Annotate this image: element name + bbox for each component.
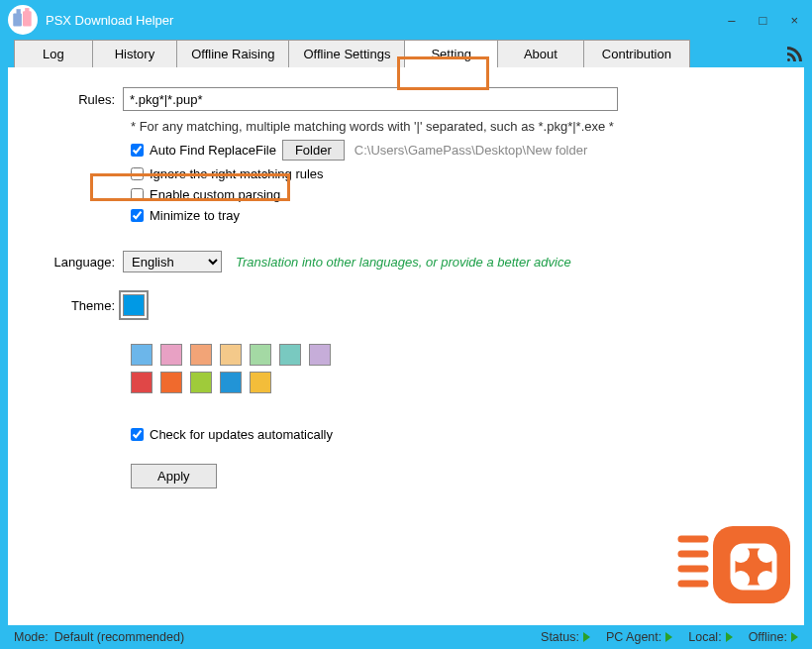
minimize-button[interactable]: –	[722, 13, 741, 28]
custom-checkbox[interactable]	[131, 188, 144, 201]
tab-about[interactable]: About	[497, 40, 584, 67]
app-icon	[8, 5, 38, 35]
language-label: Language:	[48, 255, 123, 270]
theme-current-swatch[interactable]	[123, 294, 145, 316]
folder-button[interactable]: Folder	[282, 140, 345, 161]
mode-value: Default (recommended)	[54, 630, 184, 644]
close-button[interactable]: ×	[784, 13, 804, 28]
play-icon[interactable]	[583, 632, 590, 642]
theme-swatch[interactable]	[250, 344, 271, 366]
theme-swatch[interactable]	[220, 344, 242, 366]
window-title: PSX Download Helper	[46, 13, 722, 28]
tab-strip: Log History Offline Raising Offline Sett…	[0, 40, 812, 67]
theme-swatch[interactable]	[160, 344, 182, 366]
folder-path: C:\Users\GamePass\Desktop\New folder	[355, 143, 588, 158]
tab-setting[interactable]: Setting	[404, 40, 497, 67]
svg-rect-3	[25, 8, 29, 13]
minimize-label: Minimize to tray	[150, 208, 240, 223]
updates-checkbox[interactable]	[131, 428, 144, 441]
language-hint: Translation into other languages, or pro…	[236, 255, 571, 270]
theme-swatch-grid	[131, 344, 764, 393]
tab-offline-raising[interactable]: Offline Raising	[176, 40, 289, 67]
rss-icon[interactable]	[784, 44, 802, 66]
status-label: Status:	[541, 630, 579, 644]
theme-swatch[interactable]	[190, 344, 212, 366]
titlebar: PSX Download Helper – □ ×	[0, 0, 812, 40]
autofind-checkbox[interactable]	[131, 144, 144, 157]
rules-hint: * For any matching, multiple matching wo…	[131, 119, 764, 134]
tab-contribution[interactable]: Contribution	[583, 40, 690, 67]
minimize-checkbox[interactable]	[131, 209, 144, 222]
minimize-row: Minimize to tray	[131, 208, 764, 223]
tab-history[interactable]: History	[92, 40, 177, 67]
ignore-row: Ignore the right matching rules	[131, 166, 764, 181]
rules-label: Rules:	[48, 92, 123, 107]
tab-log[interactable]: Log	[14, 40, 93, 67]
content-panel: Rules: * For any matching, multiple matc…	[8, 67, 804, 625]
svg-rect-2	[17, 9, 21, 16]
pcagent-label: PC Agent:	[606, 630, 661, 644]
autofind-label: Auto Find ReplaceFile	[150, 143, 276, 158]
theme-swatch[interactable]	[160, 372, 182, 393]
theme-swatch[interactable]	[309, 344, 331, 366]
app-window: PSX Download Helper – □ × Log History Of…	[0, 0, 812, 649]
rules-input[interactable]	[123, 87, 618, 111]
custom-label: Enable custom parsing	[150, 187, 280, 202]
offline-label: Offline:	[749, 630, 787, 644]
ignore-label: Ignore the right matching rules	[150, 166, 324, 181]
apply-button[interactable]: Apply	[131, 464, 217, 488]
theme-swatch[interactable]	[190, 372, 212, 393]
ignore-checkbox[interactable]	[131, 167, 144, 180]
theme-swatch[interactable]	[279, 344, 301, 366]
play-icon[interactable]	[726, 632, 733, 642]
updates-label: Check for updates automatically	[150, 427, 333, 442]
theme-swatch[interactable]	[131, 344, 152, 366]
theme-swatch[interactable]	[220, 372, 242, 393]
statusbar: Mode: Default (recommended) Status: PC A…	[0, 625, 812, 649]
maximize-button[interactable]: □	[754, 13, 773, 28]
play-icon[interactable]	[791, 632, 798, 642]
play-icon[interactable]	[665, 632, 672, 642]
local-label: Local:	[688, 630, 721, 644]
svg-rect-1	[23, 11, 32, 26]
mode-label: Mode:	[14, 630, 49, 644]
theme-label: Theme:	[48, 298, 123, 313]
theme-swatch[interactable]	[131, 372, 152, 393]
custom-row: Enable custom parsing	[131, 187, 764, 202]
window-controls: – □ ×	[722, 13, 804, 28]
theme-swatch[interactable]	[250, 372, 271, 393]
autofind-row: Auto Find ReplaceFile Folder C:\Users\Ga…	[131, 140, 764, 161]
tab-offline-settings[interactable]: Offline Settings	[288, 40, 405, 67]
language-select[interactable]: English	[123, 251, 222, 272]
